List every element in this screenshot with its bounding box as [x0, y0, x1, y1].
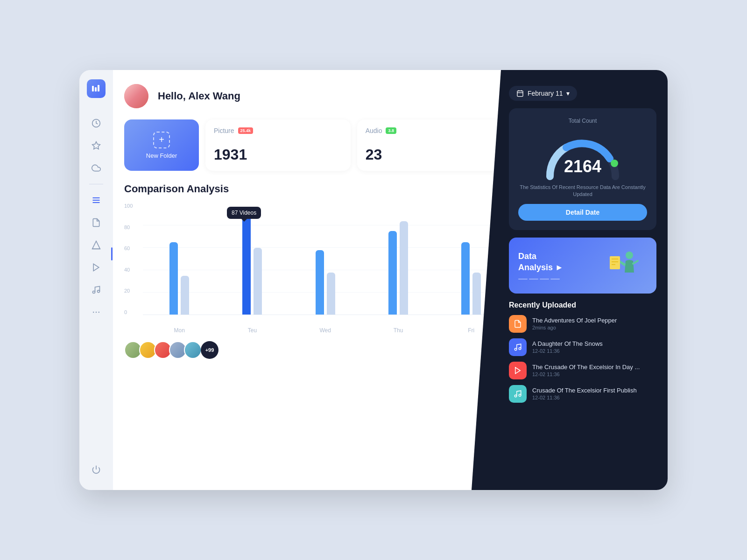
calendar-date-icon — [516, 90, 524, 97]
bar-wed-light — [327, 273, 335, 315]
picture-label: Picture — [214, 127, 234, 134]
sidebar-item-landscape[interactable] — [88, 237, 105, 253]
svg-marker-10 — [93, 264, 99, 271]
picture-card-header: Picture 25.4k — [214, 127, 342, 134]
upload-icon-video — [509, 362, 527, 379]
sidebar-item-favorites[interactable] — [88, 137, 105, 154]
audio-value: 23 — [366, 146, 494, 163]
wave-line-3 — [540, 279, 549, 280]
avatar-image — [124, 84, 148, 108]
wave-line-2 — [529, 279, 538, 280]
upload-time-0: 2mins ago — [532, 325, 656, 330]
y-label-60: 60 — [124, 245, 133, 251]
new-folder-icon: + — [153, 132, 170, 148]
svg-point-28 — [626, 252, 633, 259]
sidebar-item-music[interactable] — [88, 281, 105, 298]
svg-rect-2 — [98, 85, 99, 91]
bar-teu-light — [254, 248, 262, 315]
audio-label: Audio — [366, 127, 382, 134]
upload-time-1: 12-02 11:36 — [532, 348, 656, 354]
person-svg — [605, 247, 642, 284]
sidebar-item-document[interactable] — [88, 214, 105, 231]
upload-icon-audio — [509, 338, 527, 356]
avatar — [124, 84, 148, 108]
date-chevron-icon: ▾ — [566, 90, 570, 97]
sidebar-logo[interactable] — [87, 79, 106, 98]
bar-group-thu — [362, 203, 435, 315]
svg-point-11 — [93, 291, 95, 294]
svg-point-13 — [93, 312, 94, 313]
audio-card-header: Audio 3.8 — [366, 127, 494, 134]
date-selector[interactable]: February 11 ▾ — [509, 86, 577, 101]
bar-fri-blue — [461, 242, 470, 315]
tooltip-text: 87 Videos — [232, 210, 256, 216]
upload-info-0: The Adventures Of Joel Pepper 2mins ago — [532, 317, 656, 330]
date-text: February 11 — [528, 90, 563, 97]
upload-item-1[interactable]: A Daughter Of The Snows 12-02 11:36 — [509, 338, 656, 356]
picture-badge: 25.4k — [238, 127, 254, 134]
chart-tooltip: 87 Videos — [227, 207, 261, 219]
svg-point-33 — [514, 348, 517, 350]
audio-badge: 3.8 — [386, 127, 396, 134]
picture-stat-card: Picture 25.4k 1931 — [205, 119, 351, 171]
upload-item-0[interactable]: The Adventures Of Joel Pepper 2mins ago — [509, 315, 656, 333]
gauge-wrapper: 2164 — [541, 130, 625, 176]
avatar-5 — [184, 341, 202, 359]
y-label-0: 0 — [124, 309, 133, 315]
x-label-mon: Mon — [143, 327, 216, 334]
upload-name-0: The Adventures Of Joel Pepper — [532, 317, 656, 324]
wave-line-4 — [550, 279, 560, 280]
y-label-100: 100 — [124, 203, 133, 209]
greeting-text: Hello, Alex Wang — [158, 90, 240, 102]
bar-wed-blue — [316, 250, 324, 315]
new-folder-label: New Folder — [146, 152, 177, 159]
sidebar-item-list[interactable] — [88, 192, 105, 209]
bar-group-wed — [289, 203, 362, 315]
new-folder-card[interactable]: + New Folder — [124, 119, 199, 171]
upload-time-3: 12-02 11:36 — [532, 395, 656, 400]
sidebar-item-history[interactable] — [88, 115, 105, 132]
sidebar-item-cloud[interactable] — [88, 160, 105, 176]
x-label-thu: Thu — [362, 327, 435, 334]
bar-fri-light — [472, 273, 481, 315]
more-avatars-badge[interactable]: +99 — [201, 341, 218, 359]
gauge-number: 2164 — [564, 157, 601, 176]
svg-marker-4 — [92, 142, 100, 149]
upload-item-2[interactable]: The Crusade Of The Excelsior In Day ... … — [509, 362, 656, 379]
svg-point-12 — [98, 290, 100, 293]
bar-group-mon — [143, 203, 216, 315]
svg-rect-0 — [92, 86, 94, 91]
data-analysis-card[interactable]: DataAnalysis ► — [509, 238, 656, 294]
upload-info-1: A Daughter Of The Snows 12-02 11:36 — [532, 340, 656, 354]
svg-point-27 — [611, 160, 618, 167]
upload-item-3[interactable]: Crusade Of The Excelsior First Publish 1… — [509, 385, 656, 403]
gauge-subtitle: The Statistics Of Recent Resource Data A… — [518, 184, 647, 198]
bar-mon-blue — [169, 242, 178, 315]
svg-point-37 — [519, 394, 521, 397]
x-label-wed: Wed — [289, 327, 362, 334]
sidebar-divider — [89, 184, 103, 184]
sidebar-item-more[interactable] — [88, 304, 105, 321]
upload-time-2: 12-02 11:36 — [532, 371, 656, 377]
bar-thu-light — [400, 221, 408, 315]
y-label-40: 40 — [124, 267, 133, 273]
svg-point-14 — [96, 312, 97, 313]
detail-date-button[interactable]: Detail Date — [518, 204, 647, 221]
upload-name-1: A Daughter Of The Snows — [532, 340, 656, 347]
upload-info-3: Crusade Of The Excelsior First Publish 1… — [532, 387, 656, 400]
upload-icon-document — [509, 315, 527, 333]
recently-section: Recently Uploaded The Adventures Of Joel… — [509, 301, 656, 479]
svg-marker-8 — [92, 241, 100, 249]
upload-icon-music — [509, 385, 527, 403]
sidebar-item-power[interactable] — [88, 461, 105, 478]
svg-point-34 — [519, 348, 521, 350]
recently-title: Recently Uploaded — [509, 301, 656, 309]
sidebar-item-play[interactable] — [88, 259, 105, 276]
gauge-card: Total Count 2164 The Statistics Of Recen… — [509, 108, 656, 230]
picture-value: 1931 — [214, 146, 342, 163]
svg-point-15 — [99, 312, 100, 313]
wave-line-1 — [518, 279, 528, 280]
y-axis-labels: 0 20 40 60 80 100 — [124, 203, 133, 315]
y-label-80: 80 — [124, 224, 133, 230]
app-container: Hello, Alex Wang + New Folder Picture 25… — [79, 70, 668, 490]
